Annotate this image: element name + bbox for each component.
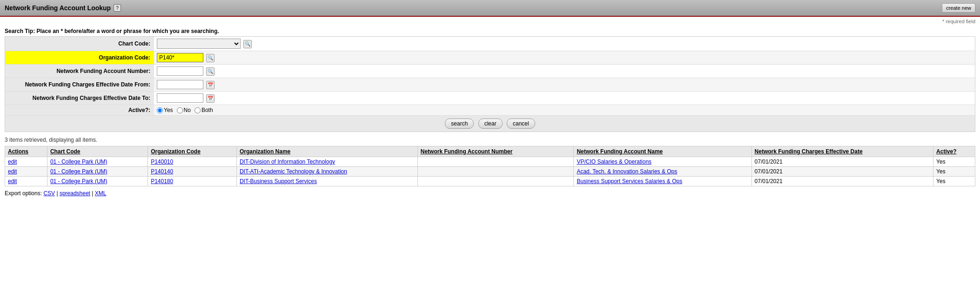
active-cell: Yes	[933, 167, 975, 177]
charges-to-value-cell: 📅	[154, 92, 975, 105]
results-section: 3 items retrieved, displaying all items.…	[5, 137, 975, 186]
chart-code-link[interactable]: 01 - College Park (UM)	[50, 158, 107, 165]
chart-code-select[interactable]	[157, 39, 241, 49]
chart-code-search-icon[interactable]: 🔍	[243, 40, 252, 48]
export-xml-link[interactable]: XML	[95, 190, 107, 197]
col-org-name: Organization Name	[236, 146, 417, 157]
account-name-link[interactable]: Business Support Services Salaries & Ops	[577, 178, 682, 185]
active-yes-label[interactable]: Yes	[157, 107, 173, 113]
charges-from-input[interactable]	[157, 80, 203, 89]
search-form: Chart Code: 🔍 Organization Code: 🔍 Net	[5, 36, 975, 132]
org-name-link[interactable]: DIT-Division of Information Technology	[240, 158, 335, 165]
col-actions-link[interactable]: Actions	[8, 148, 28, 155]
results-table-header: Actions Chart Code Organization Code Org…	[5, 146, 975, 157]
chart-code-cell: 01 - College Park (UM)	[47, 167, 148, 177]
col-account-number-link[interactable]: Network Funding Account Number	[421, 148, 513, 155]
org-code-cell: P140180	[148, 177, 237, 186]
create-new-button[interactable]: create new	[942, 3, 975, 13]
charges-from-row: Network Funding Charges Effective Date F…	[5, 78, 975, 92]
org-code-link[interactable]: P140010	[151, 158, 173, 165]
org-name-cell: DIT-Business Support Services	[236, 177, 417, 186]
account-number-value-cell: 🔍	[154, 65, 975, 78]
effective-date-cell: 07/01/2021	[752, 157, 933, 167]
active-no-label[interactable]: No	[177, 107, 191, 113]
required-field-note: * required field	[0, 17, 980, 25]
col-org-code-link[interactable]: Organization Code	[151, 148, 201, 155]
charges-to-calendar-icon[interactable]: 📅	[206, 94, 215, 103]
account-number-cell	[417, 157, 574, 167]
charges-to-label: Network Funding Charges Effective Date T…	[5, 92, 154, 105]
org-code-link[interactable]: P140180	[151, 178, 173, 185]
table-row: edit01 - College Park (UM)P140010DIT-Div…	[5, 157, 975, 167]
org-code-value-cell: 🔍	[154, 51, 975, 65]
active-yes-radio[interactable]	[157, 107, 163, 113]
account-number-cell	[417, 167, 574, 177]
col-account-name-link[interactable]: Network Funding Account Name	[577, 148, 663, 155]
charges-to-row: Network Funding Charges Effective Date T…	[5, 92, 975, 105]
account-number-label: Network Funding Account Number:	[5, 65, 154, 78]
org-name-link[interactable]: DIT-ATI-Academic Technology & Innovation	[240, 168, 347, 175]
export-spreadsheet-link[interactable]: spreadsheet	[60, 190, 90, 197]
clear-button[interactable]: clear	[478, 119, 503, 129]
export-csv-link[interactable]: CSV	[43, 190, 55, 197]
org-code-cell: P140010	[148, 157, 237, 167]
org-code-link[interactable]: P140140	[151, 168, 173, 175]
col-actions: Actions	[5, 146, 47, 157]
col-active: Active?	[933, 146, 975, 157]
active-both-radio[interactable]	[195, 107, 201, 113]
help-icon[interactable]: ?	[114, 4, 121, 12]
charges-from-calendar-icon[interactable]: 📅	[206, 81, 215, 89]
col-org-name-link[interactable]: Organization Name	[240, 148, 290, 155]
org-code-search-icon[interactable]: 🔍	[206, 54, 215, 62]
active-no-radio[interactable]	[177, 107, 183, 113]
active-label: Active?:	[5, 105, 154, 116]
account-name-cell: Business Support Services Salaries & Ops	[574, 177, 752, 186]
edit-link[interactable]: edit	[8, 158, 17, 165]
table-row: edit01 - College Park (UM)P140180DIT-Bus…	[5, 177, 975, 186]
cancel-button[interactable]: cancel	[507, 119, 535, 129]
search-button[interactable]: search	[445, 119, 474, 129]
account-number-cell	[417, 177, 574, 186]
chart-code-cell: 01 - College Park (UM)	[47, 177, 148, 186]
chart-code-link[interactable]: 01 - College Park (UM)	[50, 178, 107, 185]
active-both-label[interactable]: Both	[195, 107, 213, 113]
org-name-cell: DIT-ATI-Academic Technology & Innovation	[236, 167, 417, 177]
org-name-cell: DIT-Division of Information Technology	[236, 157, 417, 167]
active-both-text: Both	[201, 107, 213, 113]
org-code-row: Organization Code: 🔍	[5, 51, 975, 65]
button-cell: search clear cancel	[5, 116, 975, 132]
col-account-name: Network Funding Account Name	[574, 146, 752, 157]
chart-code-label: Chart Code:	[5, 37, 154, 51]
effective-date-cell: 07/01/2021	[752, 177, 933, 186]
chart-code-cell: 01 - College Park (UM)	[47, 157, 148, 167]
edit-link[interactable]: edit	[8, 168, 17, 175]
col-active-link[interactable]: Active?	[936, 148, 956, 155]
account-number-input[interactable]	[157, 66, 203, 76]
edit-link[interactable]: edit	[8, 178, 17, 185]
active-no-text: No	[184, 107, 191, 113]
charges-to-input[interactable]	[157, 93, 203, 103]
col-chart-code-link[interactable]: Chart Code	[50, 148, 81, 155]
account-name-cell: Acad. Tech. & Innovation Salaries & Ops	[574, 167, 752, 177]
col-account-number: Network Funding Account Number	[417, 146, 574, 157]
action-cell: edit	[5, 167, 47, 177]
col-effective-date: Network Funding Charges Effective Date	[752, 146, 933, 157]
results-count: 3 items retrieved, displaying all items.	[5, 137, 975, 143]
col-org-code: Organization Code	[148, 146, 237, 157]
org-name-link[interactable]: DIT-Business Support Services	[240, 178, 317, 185]
header-left: Network Funding Account Lookup ?	[5, 4, 121, 12]
search-form-table: Chart Code: 🔍 Organization Code: 🔍 Net	[5, 37, 975, 132]
account-name-link[interactable]: Acad. Tech. & Innovation Salaries & Ops	[577, 168, 677, 175]
results-header-row: Actions Chart Code Organization Code Org…	[5, 146, 975, 157]
col-effective-date-link[interactable]: Network Funding Charges Effective Date	[755, 148, 863, 155]
export-label: Export options:	[5, 190, 42, 197]
active-row: Active?: Yes No Both	[5, 105, 975, 116]
account-number-search-icon[interactable]: 🔍	[206, 67, 215, 76]
org-code-input[interactable]	[157, 53, 203, 62]
account-name-link[interactable]: VP/CIO Salaries & Operations	[577, 158, 651, 165]
chart-code-link[interactable]: 01 - College Park (UM)	[50, 168, 107, 175]
active-cell: Yes	[933, 157, 975, 167]
export-options: Export options: CSV | spreadsheet | XML	[0, 186, 980, 200]
table-row: edit01 - College Park (UM)P140140DIT-ATI…	[5, 167, 975, 177]
effective-date-cell: 07/01/2021	[752, 167, 933, 177]
